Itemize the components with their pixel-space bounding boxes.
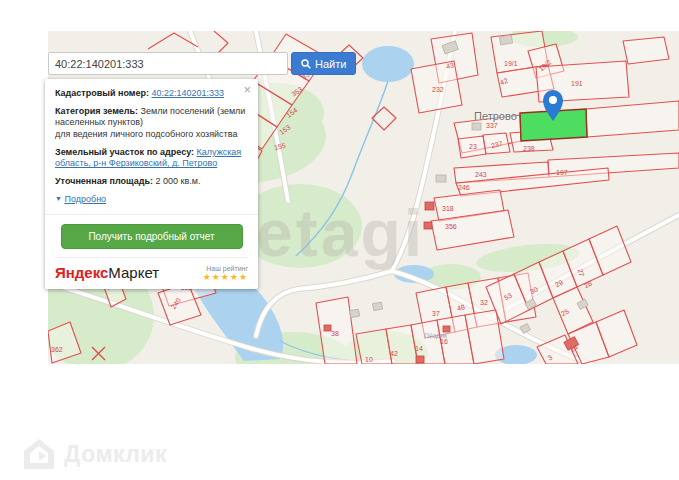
address-row: Земельный участок по адресу: Калужская о… <box>55 147 248 170</box>
parcel-number: 10 <box>365 356 373 363</box>
address-label: Земельный участок по адресу: <box>55 147 194 157</box>
parcel-number: 42 <box>390 350 398 357</box>
details-row: ▼ Подробно <box>55 194 248 206</box>
parcel-info-panel: × Кадастровый номер: 40:22:140201:333 Ка… <box>45 79 258 289</box>
chevron-down-icon: ▼ <box>55 195 62 202</box>
yandex-logo-part: Яндекс <box>55 264 108 281</box>
yandex-market-logo[interactable]: ЯндексМаркет <box>55 265 159 280</box>
etagi-watermark: etagi <box>256 195 425 271</box>
details-link[interactable]: ▼ Подробно <box>55 194 106 204</box>
place-label-petrovo: Петрово <box>474 110 517 122</box>
parcel-number: 238 <box>523 145 535 152</box>
search-button-label: Найти <box>315 58 346 70</box>
parcel-number: 356 <box>445 223 457 230</box>
parcel-number: 38 <box>331 330 339 337</box>
parcel-number: 318 <box>442 205 454 212</box>
search-button[interactable]: Найти <box>291 52 356 75</box>
panel-footer: ЯндексМаркет Наш рейтинг ★★★★★ <box>55 257 248 282</box>
parcel-number: 23 <box>469 143 477 150</box>
land-category-row: Категория земель: Земли поселений (земли… <box>55 106 248 141</box>
land-category-label: Категория земель: <box>55 106 138 116</box>
search-icon <box>301 59 311 69</box>
land-category-extra: для ведения личного подсобного хозяйства <box>55 129 237 139</box>
parcel-number: 362 <box>51 346 63 353</box>
parcel-number: 243 <box>475 171 487 178</box>
parcel-number: 37 <box>432 310 440 317</box>
parcel-number: 191 <box>571 80 583 87</box>
area-label: Уточненная площадь: <box>55 176 153 186</box>
area-value: 2 000 кв.м. <box>155 176 200 186</box>
domclick-house-icon <box>22 437 56 471</box>
area-row: Уточненная площадь: 2 000 кв.м. <box>55 176 248 188</box>
domclick-watermark-text: Домклик <box>64 441 167 468</box>
cadastral-number-link[interactable]: 40:22:140201:333 <box>151 88 224 98</box>
parcel-number: 246 <box>458 184 470 191</box>
details-link-label: Подробно <box>64 194 106 204</box>
parcel-number: 16 <box>440 338 448 345</box>
get-report-button[interactable]: Получить подробный отчет <box>61 224 243 249</box>
parcel-number: 232 <box>432 86 444 93</box>
parcel-number: 197 <box>556 169 568 176</box>
market-logo-part: Маркет <box>108 264 159 281</box>
cadastral-number-row: Кадастровый номер: 40:22:140201:333 <box>55 88 248 100</box>
close-icon[interactable]: × <box>243 83 251 96</box>
rating-stars: ★★★★★ <box>203 273 248 282</box>
search-input[interactable] <box>48 52 288 75</box>
panel-divider <box>45 214 258 215</box>
cadastral-search-bar: Найти <box>48 52 356 75</box>
parcel-number: 14 <box>415 345 423 352</box>
parcel-number: 337 <box>486 122 498 129</box>
cadastral-number-label: Кадастровый номер: <box>55 88 149 98</box>
parcel-number: 32 <box>480 299 488 306</box>
domclick-watermark: Домклик <box>22 437 167 471</box>
rating-block: Наш рейтинг ★★★★★ <box>203 264 248 282</box>
parcel-number: 19/1 <box>504 60 518 67</box>
